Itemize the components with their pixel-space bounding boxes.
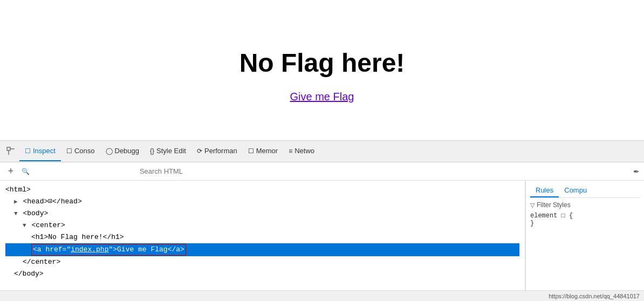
search-html-wrapper: 🔍 bbox=[22, 166, 291, 177]
tab-performance[interactable]: ⟳ Performan bbox=[191, 142, 243, 161]
tab-debugger[interactable]: ◯ Debugg bbox=[100, 142, 145, 161]
search-icon: 🔍 bbox=[22, 168, 30, 175]
network-tab-icon: ≡ bbox=[289, 147, 292, 155]
rules-panel: Rules Compu ▽ Filter Styles element □ { … bbox=[525, 181, 644, 290]
tab-network[interactable]: ≡ Netwo bbox=[283, 142, 320, 161]
style-editor-tab-icon: {} bbox=[150, 147, 154, 155]
html-line-body: ▼ <body> bbox=[5, 208, 519, 220]
devtools-body: <html> ▶ <head>⊡</head> ▼ <body> ▼ <cent… bbox=[0, 181, 644, 290]
rules-tabs: Rules Compu bbox=[530, 184, 640, 198]
html-line-h1: <h1>No Flag here!</h1> bbox=[5, 231, 519, 243]
inspect-tab-icon: ☐ bbox=[25, 147, 31, 155]
page-title: No Flag here! bbox=[239, 48, 405, 78]
html-line-anchor[interactable]: <a href="index.php">Give me Flag</a> bbox=[5, 243, 519, 256]
eyedropper-icon[interactable]: ✒ bbox=[633, 167, 640, 176]
html-line-center-close: </center> bbox=[5, 256, 519, 268]
add-node-button[interactable]: + bbox=[4, 165, 17, 178]
devtools-secondary-bar: + 🔍 ✒ bbox=[0, 162, 644, 181]
filter-styles-label: Filter Styles bbox=[537, 201, 571, 209]
performance-tab-icon: ⟳ bbox=[197, 147, 202, 155]
html-line-body-close: </body> bbox=[5, 268, 519, 280]
filter-icon: ▽ bbox=[530, 202, 535, 209]
statusbar-url: https://blog.csdn.net/qq_44841017 bbox=[549, 293, 640, 299]
html-line-center: ▼ <center> bbox=[5, 220, 519, 231]
svg-rect-0 bbox=[7, 147, 10, 150]
tab-computed[interactable]: Compu bbox=[559, 184, 592, 197]
console-tab-icon: ☐ bbox=[66, 147, 72, 155]
memory-tab-icon: ☐ bbox=[248, 147, 254, 155]
filter-styles-row: ▽ Filter Styles bbox=[530, 201, 640, 209]
html-line-html: <html> bbox=[5, 184, 519, 196]
devtools-statusbar: https://blog.csdn.net/qq_44841017 bbox=[0, 290, 644, 301]
tab-style-editor[interactable]: {} Style Edit bbox=[145, 142, 191, 161]
search-html-input[interactable] bbox=[32, 166, 291, 177]
html-line-head: ▶ <head>⊡</head> bbox=[5, 196, 519, 208]
tab-rules[interactable]: Rules bbox=[530, 184, 559, 197]
tab-memory[interactable]: ☐ Memor bbox=[243, 142, 283, 161]
devtools-picker-icon[interactable] bbox=[2, 142, 19, 161]
devtools-panel: ☐ Inspect ☐ Conso ◯ Debugg {} Style Edit… bbox=[0, 140, 644, 301]
html-panel: <html> ▶ <head>⊡</head> ▼ <body> ▼ <cent… bbox=[0, 181, 525, 290]
tab-inspect[interactable]: ☐ Inspect bbox=[19, 142, 61, 161]
devtools-toolbar: ☐ Inspect ☐ Conso ◯ Debugg {} Style Edit… bbox=[0, 141, 644, 162]
tab-console[interactable]: ☐ Conso bbox=[61, 142, 100, 161]
debugger-tab-icon: ◯ bbox=[106, 147, 113, 155]
browser-content: No Flag here! Give me Flag bbox=[0, 0, 644, 140]
element-rule: element □ { } bbox=[530, 212, 640, 227]
give-me-flag-link[interactable]: Give me Flag bbox=[290, 91, 354, 103]
